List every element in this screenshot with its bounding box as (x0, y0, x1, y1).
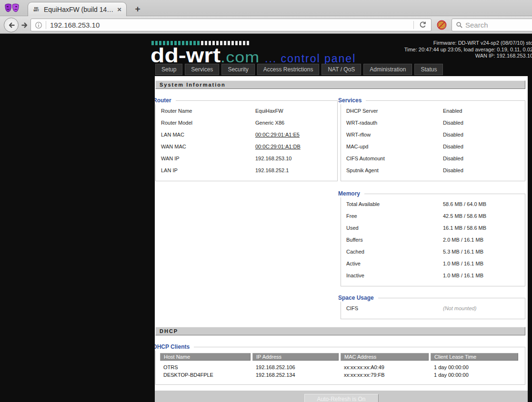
sputnik-agent-status: Disabled (443, 167, 525, 173)
info-row: LAN IP192.168.252.1 (156, 164, 337, 176)
info-row: Used16.1 MB / 58.6 MB (341, 222, 525, 234)
mac-upd-status: Disabled (443, 144, 525, 149)
back-button[interactable] (4, 18, 19, 32)
router-model-value: Generic X86 (255, 120, 337, 126)
col-header-mac-address: MAC Address (341, 353, 429, 361)
browser-tab-strip: DDWRT EquiHaxFW (build 14… × + (0, 0, 532, 16)
lan-ip-value: 192.168.252.1 (255, 167, 337, 173)
wan-ip-line: WAN IP: 192.168.253.10 (404, 53, 532, 59)
wrt-radauth-status: Disabled (443, 120, 525, 126)
services-section: Services DHCP ServerEnabled WRT-radauthD… (341, 100, 525, 181)
memory-active-value: 1.0 MB / 16.1 MB (443, 261, 525, 266)
info-row: Buffers2.0 MB / 16.1 MB (341, 234, 525, 245)
logo-main-text: dd-wrt (151, 44, 221, 67)
forward-button[interactable] (20, 21, 30, 29)
memory-buffers-value: 2.0 MB / 16.1 MB (443, 237, 525, 243)
theater-mask-icon-svg (4, 2, 20, 15)
nav-tab-access-restrictions[interactable]: Access Restrictions (257, 64, 320, 75)
nav-tab-status[interactable]: Status (414, 64, 443, 75)
info-row: WAN MAC00:0C:29:01:A1:DB (156, 140, 337, 152)
close-icon[interactable]: × (116, 5, 122, 13)
dhcp-client-row: OTRS 192.168.252.106 xx:xx:xx:xx:A0:49 1… (160, 363, 521, 371)
lan-mac-link[interactable]: 00:0C:29:01:A1:E5 (255, 132, 337, 137)
info-row: Sputnik AgentDisabled (341, 164, 525, 176)
info-row: CIFS(Not mounted) (341, 302, 525, 314)
info-row: Inactive1.0 MB / 16.1 MB (341, 269, 525, 281)
memory-cached-value: 5.3 MB / 16.1 MB (443, 249, 525, 255)
auto-refresh-button[interactable]: Auto-Refresh is On (304, 394, 379, 402)
space-usage-section-legend: Space Usage (338, 294, 378, 302)
browser-nav-bar (0, 16, 532, 34)
memory-free-value: 42.5 MB / 58.6 MB (443, 213, 525, 219)
wrt-rflow-status: Disabled (443, 132, 525, 137)
dhcp-header: DHCP (155, 327, 525, 335)
router-section-legend: Router (155, 97, 176, 104)
ddwrt-page: dd-wrt.com ... control panel Firmware: D… (0, 34, 532, 402)
info-row: CIFS AutomountDisabled (341, 152, 525, 164)
browser-tab[interactable]: DDWRT EquiHaxFW (build 14… × (28, 2, 127, 16)
url-input[interactable] (46, 21, 413, 29)
dd-wrt-favicon-icon: DDWRT (32, 6, 40, 13)
router-name-value: EquiHaxFW (255, 108, 337, 114)
info-row: Free42.5 MB / 58.6 MB (341, 210, 525, 222)
nav-tab-administration[interactable]: Administration (363, 64, 412, 75)
services-section-legend: Services (338, 97, 366, 104)
time-line: Time: 20:47:44 up 23:05, load average: 0… (404, 47, 532, 53)
dhcp-table-header: Host Name IP Address MAC Address Client … (160, 353, 521, 361)
forward-arrow-icon (20, 21, 30, 29)
back-arrow-icon (7, 21, 16, 29)
info-row: Active1.0 MB / 16.1 MB (341, 257, 525, 269)
logo-tld-text: .com (221, 49, 260, 66)
info-row: LAN MAC00:0C:29:01:A1:E5 (156, 128, 337, 140)
new-tab-button[interactable]: + (131, 4, 144, 14)
page-footer: Auto-Refresh is On (155, 391, 528, 402)
info-row: Total Available58.6 MB / 64.0 MB (341, 198, 525, 210)
search-input[interactable] (465, 21, 532, 29)
memory-used-value: 16.1 MB / 58.6 MB (443, 225, 525, 231)
reload-icon[interactable] (414, 21, 431, 29)
nav-tab-security[interactable]: Security (221, 64, 254, 75)
memory-total-value: 58.6 MB / 64.0 MB (443, 201, 525, 207)
info-row: Cached5.3 MB / 16.1 MB (341, 245, 525, 257)
wan-ip-value: 192.168.253.10 (255, 156, 337, 161)
space-usage-section: Space Usage CIFS(Not mounted) (341, 298, 525, 319)
info-row: WRT-radauthDisabled (341, 117, 525, 128)
memory-section: Memory Total Available58.6 MB / 64.0 MB … (341, 194, 525, 286)
plugin-blocked-icon[interactable] (437, 20, 447, 30)
info-row: WAN IP192.168.253.10 (156, 152, 337, 164)
wan-mac-link[interactable]: 00:0C:29:01:A1:DB (255, 144, 337, 149)
dhcp-client-row: DESKTOP-BD4FPLE 192.168.252.134 xx:xx:xx… (160, 371, 521, 379)
col-header-lease-time: Client Lease Time (431, 353, 518, 361)
nav-tab-nat-qos[interactable]: NAT / QoS (321, 64, 361, 75)
dhcp-clients-legend: DHCP Clients (155, 343, 194, 351)
cifs-automount-status: Disabled (443, 156, 525, 161)
col-header-host-name: Host Name (160, 353, 251, 361)
info-row: MAC-updDisabled (341, 140, 525, 152)
dhcp-server-status: Enabled (443, 108, 525, 114)
info-row: Router NameEquiHaxFW (156, 105, 337, 117)
url-bar (30, 19, 432, 31)
cifs-mount-status: (Not mounted) (443, 305, 525, 311)
info-row: WRT-rflowDisabled (341, 128, 525, 140)
memory-section-legend: Memory (338, 190, 364, 197)
firmware-info: Firmware: DD-WRT v24-sp2 (08/07/10) std … (404, 40, 532, 59)
search-icon (452, 21, 465, 29)
col-header-ip-address: IP Address (252, 353, 339, 361)
nav-tab-setup[interactable]: Setup (155, 64, 182, 75)
theater-mask-icon[interactable] (4, 2, 20, 15)
memory-inactive-value: 1.0 MB / 16.1 MB (443, 273, 525, 278)
router-section: Router Router NameEquiHaxFW Router Model… (155, 100, 338, 181)
nav-tab-services[interactable]: Services (185, 64, 219, 75)
dhcp-clients-section: DHCP Clients Host Name IP Address MAC Ad… (155, 347, 525, 385)
firmware-line: Firmware: DD-WRT v24-sp2 (08/07/10) std (404, 40, 532, 47)
info-row: Router ModelGeneric X86 (156, 117, 337, 128)
main-nav-tabs: Setup Services Security Access Restricti… (155, 64, 443, 75)
info-row: DHCP ServerEnabled (341, 105, 525, 117)
screen: DDWRT EquiHaxFW (build 14… × + (0, 0, 532, 402)
search-bar (452, 19, 532, 31)
logo-tagline: ... control panel (265, 52, 356, 65)
browser-tab-title: EquiHaxFW (build 14… (44, 6, 113, 13)
site-info-icon[interactable] (31, 21, 46, 29)
content-panel: System Information Router Router NameEqu… (155, 76, 528, 402)
system-information-header: System Information (155, 80, 525, 89)
